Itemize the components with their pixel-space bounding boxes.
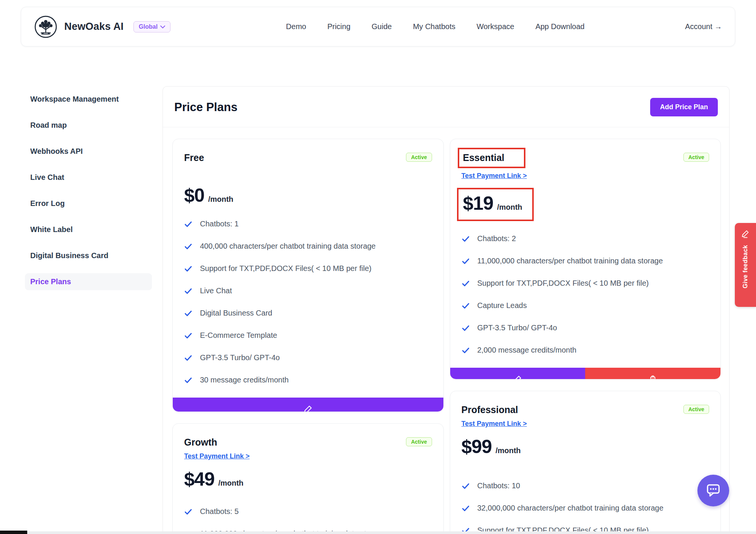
pencil-icon [741, 229, 750, 240]
feature-item: 2,000 message credits/month [462, 345, 710, 356]
status-badge: Active [683, 405, 709, 414]
panel-header: Price Plans Add Price Plan [163, 87, 729, 127]
status-badge: Active [683, 153, 709, 162]
feature-text: E-Commerce Template [200, 331, 277, 340]
feature-item: Chatbots: 10 [462, 481, 710, 492]
feature-text: Live Chat [200, 286, 232, 295]
feature-text: Support for TXT,PDF,DOCX Files( < 10 MB … [477, 279, 649, 288]
plan-card-essential: EssentialActiveTest Payment Link >$19/mo… [450, 139, 721, 379]
price-plans-panel: Price Plans Add Price Plan FreeActive$0/… [163, 86, 730, 534]
plan-card-header: EssentialActive [462, 151, 710, 168]
plan-name: Free [184, 151, 204, 164]
check-icon [462, 481, 470, 492]
feature-text: Capture Leads [477, 301, 527, 310]
plan-column-left: FreeActive$0/monthChatbots: 1400,000 cha… [172, 139, 444, 534]
nav-link-app-download[interactable]: App Download [535, 22, 584, 31]
check-icon [184, 219, 192, 230]
feature-item: 30 message credits/month [184, 375, 432, 386]
price-amount: $19 [463, 192, 493, 214]
nav-link-guide[interactable]: Guide [372, 22, 392, 31]
edit-plan-button[interactable] [173, 398, 443, 412]
settings-sidebar: Workspace ManagementRoad mapWebhooks API… [25, 91, 152, 299]
plan-price: $19/month [457, 188, 534, 221]
feature-text: 30 message credits/month [200, 375, 289, 384]
feature-text: Chatbots: 1 [200, 219, 239, 228]
sidebar-item-price-plans[interactable]: Price Plans [25, 273, 152, 290]
feature-item: 32,000,000 characters/per chatbot traini… [462, 503, 710, 514]
plan-card-free: FreeActive$0/monthChatbots: 1400,000 cha… [172, 139, 444, 412]
chat-widget-button[interactable] [697, 475, 729, 506]
check-icon [184, 375, 192, 386]
nav-link-my-chatbots[interactable]: My Chatbots [413, 22, 455, 31]
sidebar-item-white-label[interactable]: White Label [25, 221, 152, 238]
page-title: Price Plans [174, 101, 237, 114]
feature-text: GPT-3.5 Turbo/ GPT-4o [477, 323, 557, 332]
feature-text: GPT-3.5 Turbo/ GPT-4o [200, 353, 280, 362]
top-navigation-bar: NewOaks AI Global DemoPricingGuideMy Cha… [21, 7, 735, 46]
nav-link-pricing[interactable]: Pricing [327, 22, 350, 31]
plan-card-growth: GrowthActiveTest Payment Link >$49/month… [172, 423, 444, 534]
pencil-icon [303, 404, 313, 412]
check-icon [184, 507, 192, 518]
sidebar-item-road-map[interactable]: Road map [25, 117, 152, 134]
brand[interactable]: NewOaks AI Global [34, 15, 170, 39]
feature-text: Support for TXT,PDF,DOCX Files( < 10 MB … [200, 264, 372, 273]
trash-icon [648, 375, 658, 380]
test-payment-link[interactable]: Test Payment Link > [184, 452, 249, 461]
sidebar-item-digital-business-card[interactable]: Digital Business Card [25, 247, 152, 264]
screen-corner-artifact [0, 531, 27, 534]
delete-plan-button[interactable] [585, 368, 720, 379]
plan-price: $49/month [184, 468, 243, 490]
plan-features: Chatbots: 1032,000,000 characters/per ch… [462, 481, 710, 534]
sidebar-item-error-log[interactable]: Error Log [25, 195, 152, 212]
sidebar-item-workspace-management[interactable]: Workspace Management [25, 91, 152, 108]
price-period: /month [497, 203, 522, 212]
sidebar-item-live-chat[interactable]: Live Chat [25, 169, 152, 186]
plan-card-professional: ProfessionalActiveTest Payment Link >$99… [450, 391, 721, 534]
feature-text: 32,000,000 characters/per chatbot traini… [477, 503, 664, 512]
feature-item: GPT-3.5 Turbo/ GPT-4o [462, 323, 710, 334]
feature-item: GPT-3.5 Turbo/ GPT-4o [184, 353, 432, 364]
plan-card-header: FreeActive [184, 151, 432, 164]
check-icon [462, 503, 470, 514]
plan-card-header: GrowthActive [184, 436, 432, 449]
nav-link-demo[interactable]: Demo [286, 22, 306, 31]
price-amount: $49 [184, 468, 214, 490]
status-badge: Active [406, 437, 432, 446]
test-payment-link[interactable]: Test Payment Link > [462, 419, 527, 428]
nav-link-workspace[interactable]: Workspace [477, 22, 514, 31]
feature-text: Digital Business Card [200, 308, 272, 317]
check-icon [184, 331, 192, 342]
feature-item: Live Chat [184, 286, 432, 297]
pencil-icon [513, 375, 522, 380]
plan-cards-grid: FreeActive$0/monthChatbots: 1400,000 cha… [163, 127, 729, 534]
account-link[interactable]: Account → [685, 22, 722, 31]
check-icon [462, 301, 470, 312]
give-feedback-tab[interactable]: Give feedback [735, 223, 756, 307]
price-period: /month [208, 195, 234, 204]
plan-card-header: ProfessionalActive [462, 403, 710, 416]
plan-price: $99/month [462, 436, 521, 458]
feature-item: Capture Leads [462, 301, 710, 312]
plan-features: Chatbots: 211,000,000 characters/per cha… [462, 234, 710, 368]
price-period: /month [496, 446, 521, 455]
newoaks-tree-logo-icon [34, 15, 57, 39]
test-payment-link[interactable]: Test Payment Link > [462, 171, 527, 180]
check-icon [462, 323, 470, 334]
feature-item: E-Commerce Template [184, 331, 432, 342]
plan-price: $0/month [184, 184, 233, 206]
price-amount: $99 [462, 436, 492, 458]
feature-item: Digital Business Card [184, 308, 432, 319]
check-icon [184, 308, 192, 319]
feature-text: Chatbots: 2 [477, 234, 516, 243]
brand-name: NewOaks AI [64, 21, 124, 33]
plan-column-right: EssentialActiveTest Payment Link >$19/mo… [450, 139, 721, 534]
add-price-plan-button[interactable]: Add Price Plan [650, 98, 718, 116]
plan-actions [450, 368, 721, 379]
feature-text: Chatbots: 5 [200, 507, 239, 516]
feature-item: Support for TXT,PDF,DOCX Files( < 10 MB … [184, 264, 432, 275]
sidebar-item-webhooks-api[interactable]: Webhooks API [25, 143, 152, 160]
edit-plan-button[interactable] [450, 368, 586, 379]
region-selector[interactable]: Global [133, 21, 170, 33]
feature-item: Support for TXT,PDF,DOCX Files( < 10 MB … [462, 279, 710, 289]
